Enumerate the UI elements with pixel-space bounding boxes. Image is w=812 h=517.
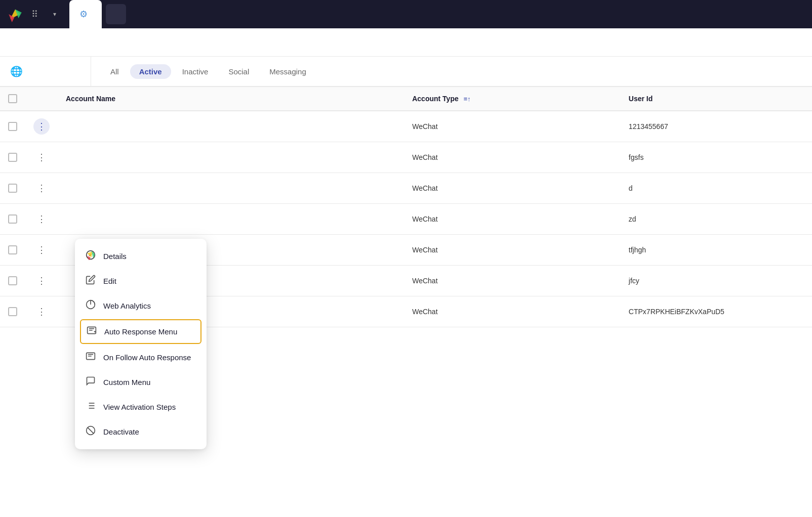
filter-tabs: All Active Inactive Social Messaging: [91, 57, 326, 86]
row-actions-cell: ⋮: [25, 111, 58, 142]
row-checkbox-cell: [0, 142, 25, 173]
analytics-icon: [85, 299, 96, 312]
row-actions-cell: ⋮: [25, 235, 58, 266]
tab-inactive[interactable]: Inactive: [173, 64, 218, 79]
row-actions-button[interactable]: ⋮: [33, 242, 50, 258]
row-checkbox[interactable]: [8, 307, 17, 316]
menu-item-label-view-activation: View Activation Steps: [103, 403, 176, 411]
row-checkbox-cell: [0, 204, 25, 235]
menu-item-label-deactivate: Deactivate: [103, 427, 139, 436]
follow-icon: [85, 351, 96, 364]
row-account-type: WeChat: [404, 235, 621, 266]
row-actions-button[interactable]: ⋮: [33, 180, 50, 196]
app-logo: [6, 5, 24, 23]
row-checkbox[interactable]: [8, 276, 17, 285]
header-account-name: Account Name: [58, 87, 404, 111]
breadcrumb-area: [0, 28, 812, 57]
row-actions-cell: ⋮: [25, 173, 58, 204]
table-row: ⋮ WeChat fgsfs: [0, 142, 812, 173]
row-account-type: WeChat: [404, 204, 621, 235]
table-row: ⋮ WeChat zd: [0, 204, 812, 235]
menu-item-deactivate[interactable]: Deactivate: [75, 419, 207, 444]
row-account-type: WeChat: [404, 296, 621, 327]
row-actions-cell: ⋮: [25, 296, 58, 327]
row-account-type: WeChat: [404, 266, 621, 296]
row-account-name: [58, 204, 404, 235]
row-checkbox-cell: [0, 296, 25, 327]
row-account-name: [58, 111, 404, 142]
list-icon: [85, 401, 96, 413]
top-bar: ⠿ ▾ ⚙: [0, 0, 812, 28]
tab-area: ⚙: [65, 0, 806, 28]
row-user-id: zd: [621, 204, 812, 235]
row-checkbox-cell: [0, 111, 25, 142]
header-account-type[interactable]: Account Type ≡↑: [404, 87, 621, 111]
row-user-id: 1213455667: [621, 111, 812, 142]
menu-item-edit[interactable]: Edit: [75, 269, 207, 293]
chevron-down-icon: ▾: [53, 11, 56, 18]
row-checkbox[interactable]: [8, 245, 17, 254]
menu-item-label-web-analytics: Web Analytics: [103, 301, 151, 310]
row-actions-button[interactable]: ⋮: [33, 149, 50, 165]
sort-icon: ≡↑: [464, 95, 471, 103]
menu-item-web-analytics[interactable]: Web Analytics: [75, 293, 207, 318]
row-checkbox-cell: [0, 235, 25, 266]
row-user-id: fgsfs: [621, 142, 812, 173]
menu-item-details[interactable]: Details: [75, 244, 207, 269]
row-user-id: d: [621, 173, 812, 204]
new-tab-button[interactable]: [106, 4, 126, 24]
settings-gear-icon: ⚙: [79, 9, 88, 20]
row-checkbox-cell: [0, 266, 25, 296]
row-checkbox[interactable]: [8, 122, 17, 131]
wechat-filter-chip: 🌐: [0, 57, 91, 86]
menu-item-label-details: Details: [103, 252, 127, 261]
menu-item-label-edit: Edit: [103, 277, 116, 285]
header-select-all[interactable]: [0, 87, 25, 111]
context-dropdown-menu: Details Edit Web Analytics Auto Response…: [75, 239, 207, 449]
row-user-id: CTPx7RPKHEiBFZKvXaPuD5: [621, 296, 812, 327]
row-account-type: WeChat: [404, 142, 621, 173]
accounts-settings-tab[interactable]: ⚙: [69, 0, 102, 28]
tab-social[interactable]: Social: [219, 64, 258, 79]
details-icon: [85, 250, 96, 263]
tab-active[interactable]: Active: [130, 64, 171, 79]
tab-messaging[interactable]: Messaging: [260, 64, 315, 79]
tab-all[interactable]: All: [101, 64, 128, 79]
row-actions-button[interactable]: ⋮: [33, 118, 50, 135]
grid-icon[interactable]: ⠿: [28, 6, 41, 23]
header-user-id: User Id: [621, 87, 812, 111]
block-icon: [85, 425, 96, 438]
menu-item-auto-response-menu[interactable]: Auto Response Menu: [80, 319, 201, 344]
row-actions-button[interactable]: ⋮: [33, 304, 50, 320]
menu-item-on-follow[interactable]: On Follow Auto Response: [75, 345, 207, 370]
row-actions-button[interactable]: ⋮: [33, 211, 50, 227]
row-checkbox[interactable]: [8, 153, 17, 162]
filter-bar: 🌐 All Active Inactive Social Messaging: [0, 57, 812, 87]
row-account-name: [58, 173, 404, 204]
menu-item-label-custom-menu: Custom Menu: [103, 378, 150, 386]
menu-item-custom-menu[interactable]: Custom Menu: [75, 370, 207, 395]
row-actions-cell: ⋮: [25, 204, 58, 235]
header-actions: [25, 87, 58, 111]
row-user-id: jfcy: [621, 266, 812, 296]
menu-item-label-on-follow: On Follow Auto Response: [103, 353, 191, 362]
row-checkbox[interactable]: [8, 184, 17, 193]
row-checkbox[interactable]: [8, 214, 17, 224]
select-all-checkbox[interactable]: [8, 94, 17, 103]
table-header-row: Account Name Account Type ≡↑ User Id: [0, 87, 812, 111]
row-account-type: WeChat: [404, 173, 621, 204]
menu-item-view-activation[interactable]: View Activation Steps: [75, 395, 207, 419]
auto-response-icon: [86, 325, 97, 338]
row-actions-button[interactable]: ⋮: [33, 273, 50, 289]
row-account-name: [58, 142, 404, 173]
row-user-id: tfjhgh: [621, 235, 812, 266]
company-selector[interactable]: ▾: [45, 8, 61, 21]
accounts-table-container: Account Name Account Type ≡↑ User Id ⋮ W…: [0, 87, 812, 327]
chat-icon: [85, 376, 96, 389]
edit-icon: [85, 275, 96, 287]
row-account-type: WeChat: [404, 111, 621, 142]
row-checkbox-cell: [0, 173, 25, 204]
table-row: ⋮ WeChat 1213455667: [0, 111, 812, 142]
globe-icon: 🌐: [10, 65, 23, 77]
table-row: ⋮ WeChat d: [0, 173, 812, 204]
